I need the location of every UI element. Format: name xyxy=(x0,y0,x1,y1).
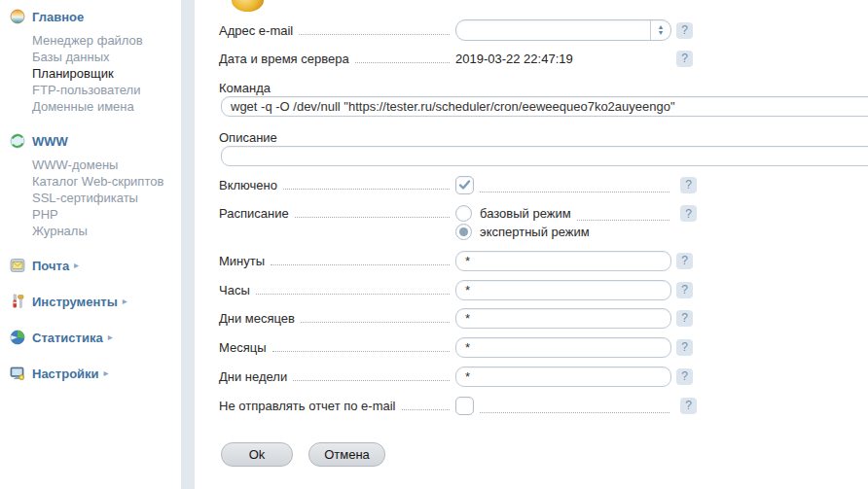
email-combobox[interactable]: ▲▼ xyxy=(455,19,671,41)
expert-mode-radio[interactable] xyxy=(455,224,472,240)
months-row: Месяцы ? xyxy=(195,336,868,358)
basic-mode-radio[interactable] xyxy=(455,205,472,222)
no-report-control xyxy=(455,397,675,415)
schedule-option-expert: экспертный режим xyxy=(455,223,675,241)
sidebar-section-mail[interactable]: Почта ▸ xyxy=(10,257,181,274)
basic-mode-label: базовый режим xyxy=(480,206,571,221)
hours-label-wrap: Часы xyxy=(219,283,455,297)
no-report-label-wrap: Не отправлять отчет по e-mail xyxy=(219,399,455,413)
sidebar-section-settings[interactable]: Настройки ▸ xyxy=(10,365,181,382)
enabled-row: Включено ? xyxy=(195,174,868,195)
server-time-value: 2019-03-22 22:47:19 xyxy=(455,52,671,66)
cancel-button[interactable]: Отмена xyxy=(308,442,385,467)
enabled-label: Включено xyxy=(219,178,277,192)
help-button[interactable]: ? xyxy=(676,253,693,269)
sidebar-section-www[interactable]: WWW xyxy=(10,132,181,150)
enabled-label-wrap: Включено xyxy=(219,178,455,192)
dotted-leader xyxy=(402,409,450,410)
month-days-input[interactable] xyxy=(455,308,671,329)
description-label: Описание xyxy=(195,130,868,146)
help-button[interactable]: ? xyxy=(680,177,697,193)
home-globe-icon xyxy=(10,9,25,24)
week-days-input[interactable] xyxy=(455,367,671,387)
sidebar-divider xyxy=(181,0,195,489)
week-days-label-wrap: Дни недели xyxy=(219,369,455,384)
help-button[interactable]: ? xyxy=(676,368,693,385)
sidebar-item-databases[interactable]: Базы данных xyxy=(32,49,181,65)
email-row: Адрес e-mail ▲▼ ? xyxy=(195,19,868,41)
description-input[interactable] xyxy=(221,146,868,166)
schedule-label: Расписание xyxy=(219,206,289,221)
months-label-wrap: Месяцы xyxy=(219,340,455,355)
schedule-options: базовый режим экспертный режим xyxy=(455,204,675,241)
help-button[interactable]: ? xyxy=(676,339,693,356)
sidebar-section-statistics[interactable]: Статистика ▸ xyxy=(10,329,181,346)
months-input[interactable] xyxy=(455,337,671,358)
monitor-gear-icon xyxy=(10,366,25,381)
sidebar-item-www-domains[interactable]: WWW-домены xyxy=(32,157,181,173)
sidebar-section-label: Главное xyxy=(32,10,84,24)
www-globe-icon xyxy=(10,133,25,149)
dotted-leader xyxy=(480,412,669,413)
chevron-right-icon: ▸ xyxy=(123,297,127,306)
help-button[interactable]: ? xyxy=(676,22,693,39)
command-label: Команда xyxy=(195,81,868,96)
sidebar-item-php[interactable]: PHP xyxy=(32,206,181,223)
sidebar-item-ftp-users[interactable]: FTP-пользователи xyxy=(32,82,181,98)
no-report-label: Не отправлять отчет по e-mail xyxy=(219,399,396,413)
sidebar-item-scheduler[interactable]: Планировщик xyxy=(32,65,181,82)
schedule-option-basic: базовый режим xyxy=(455,204,675,223)
sidebar-section-tools[interactable]: Инструменты ▸ xyxy=(10,293,181,310)
no-report-checkbox[interactable] xyxy=(455,397,474,415)
minutes-input[interactable] xyxy=(455,251,671,271)
chevron-right-icon: ▸ xyxy=(108,332,113,342)
help-button[interactable]: ? xyxy=(680,398,697,414)
hours-input[interactable] xyxy=(455,280,671,300)
months-label: Месяцы xyxy=(219,340,267,355)
sidebar-item-domain-names[interactable]: Доменные имена xyxy=(32,98,181,115)
no-report-row: Не отправлять отчет по e-mail ? xyxy=(195,395,868,416)
pie-chart-icon xyxy=(10,330,25,345)
dotted-leader xyxy=(271,264,450,265)
month-days-row: Дни месяцев ? xyxy=(195,307,868,329)
sidebar-item-logs[interactable]: Журналы xyxy=(32,223,181,239)
scheduler-form-panel: Адрес e-mail ▲▼ ? Дата и время сервера 2… xyxy=(195,0,868,489)
email-label: Адрес e-mail xyxy=(219,23,293,38)
sidebar-section-label: Почта xyxy=(32,259,69,273)
sidebar-section-label: Настройки xyxy=(32,367,99,381)
help-button[interactable]: ? xyxy=(680,205,697,222)
server-time-row: Дата и время сервера 2019-03-22 22:47:19… xyxy=(195,48,868,69)
sidebar-item-file-manager[interactable]: Менеджер файлов xyxy=(32,32,181,49)
schedule-row: Расписание базовый режим экспертный режи… xyxy=(195,204,868,241)
sidebar-item-ssl-certificates[interactable]: SSL-сертификаты xyxy=(32,190,181,206)
help-button[interactable]: ? xyxy=(676,282,693,298)
schedule-label-wrap: Расписание xyxy=(219,206,455,221)
enabled-checkbox[interactable] xyxy=(455,176,474,194)
server-time-label-wrap: Дата и время сервера xyxy=(219,52,455,66)
command-input[interactable] xyxy=(221,96,868,117)
dotted-leader xyxy=(299,34,450,35)
expert-mode-label: экспертный режим xyxy=(480,225,590,239)
sidebar-item-web-scripts[interactable]: Каталог Web-скриптов xyxy=(32,173,181,190)
week-days-label: Дни недели xyxy=(219,369,287,384)
sidebar: Главное Менеджер файлов Базы данных План… xyxy=(0,0,181,489)
tools-icon xyxy=(10,294,25,309)
sidebar-section-main[interactable]: Главное xyxy=(10,8,181,25)
sidebar-section-label: Статистика xyxy=(32,331,103,345)
ok-button[interactable]: Ok xyxy=(221,442,293,467)
help-button[interactable]: ? xyxy=(676,51,693,67)
spinner-arrows-icon[interactable]: ▲▼ xyxy=(650,20,670,40)
month-days-label: Дни месяцев xyxy=(219,311,295,326)
sidebar-section-label: WWW xyxy=(32,134,68,149)
scheduler-edit-page: { "sidebar": { "sections": [ { "label": … xyxy=(0,0,868,489)
mail-icon xyxy=(10,258,25,273)
sidebar-www-items: WWW-домены Каталог Web-скриптов SSL-серт… xyxy=(32,157,181,239)
dotted-leader xyxy=(293,380,450,381)
minutes-label-wrap: Минуты xyxy=(219,254,455,268)
help-button[interactable]: ? xyxy=(676,310,693,327)
sidebar-main-items: Менеджер файлов Базы данных Планировщик … xyxy=(32,32,181,115)
chevron-right-icon: ▸ xyxy=(104,368,109,378)
email-label-wrap: Адрес e-mail xyxy=(219,23,455,38)
enabled-control xyxy=(455,176,675,194)
dotted-leader xyxy=(577,220,669,221)
